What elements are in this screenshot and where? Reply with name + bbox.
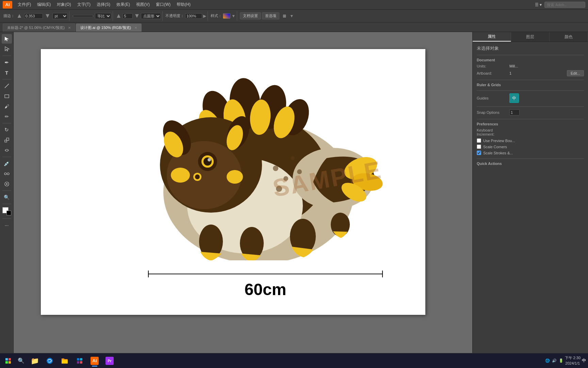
measure-tick-right xyxy=(382,271,383,277)
menu-view[interactable]: 视图(V) xyxy=(133,1,152,8)
arrange-icon[interactable]: ⊞ xyxy=(280,12,289,20)
arrange-expand-icon[interactable]: ▼ xyxy=(290,14,294,18)
menu-help[interactable]: 帮助(H) xyxy=(174,1,193,8)
stroke-style-select[interactable]: 等比 xyxy=(95,13,111,19)
units-label: Units: xyxy=(477,64,507,68)
taskbar-explorer[interactable] xyxy=(58,354,71,367)
menu-window[interactable]: 窗口(W) xyxy=(153,1,173,8)
blend-tool-btn[interactable] xyxy=(2,169,12,179)
color-pair xyxy=(2,206,12,216)
panel-tab-layers[interactable]: 图层 xyxy=(511,32,550,42)
edit-artboard-btn[interactable]: Edit... xyxy=(567,70,584,76)
opacity-input[interactable] xyxy=(185,13,202,19)
stroke-label: 描边： xyxy=(3,13,15,18)
svg-rect-56 xyxy=(77,358,79,361)
opacity-label: 不透明度： xyxy=(165,13,184,18)
svg-point-43 xyxy=(273,166,278,171)
stroke-up-icon[interactable]: ▲ xyxy=(16,12,22,19)
eyedropper-icon: 💉 xyxy=(4,161,10,166)
stroke-color[interactable] xyxy=(6,211,11,215)
quick-actions-title: Quick Actions xyxy=(477,162,584,166)
stroke-down-icon[interactable]: ▼ xyxy=(45,12,51,19)
panel-divider-5 xyxy=(477,119,584,119)
svg-rect-54 xyxy=(62,360,68,364)
scale-tool-btn[interactable] xyxy=(2,135,12,145)
zoom-tool-btn[interactable]: 🔍 xyxy=(2,193,12,202)
points-down-icon[interactable]: ▼ xyxy=(134,12,140,19)
tab-design[interactable]: 设计图.ai @ 150% (RGB/预览) ✕ xyxy=(76,24,142,32)
snap-value-input[interactable] xyxy=(509,109,520,116)
taskbar-control[interactable] xyxy=(73,354,86,367)
tab-untitled[interactable]: 未标题-2* @ 51.06% (CMYK/预览) ✕ xyxy=(3,24,75,32)
rect-tool-btn[interactable] xyxy=(2,91,12,101)
units-value: Mill... xyxy=(509,64,518,68)
svg-line-2 xyxy=(5,84,9,88)
pen-tool-btn[interactable]: ✒ xyxy=(2,58,12,67)
scale-strokes-checkbox[interactable] xyxy=(477,151,481,155)
stroke-unit-select[interactable]: pt mm xyxy=(52,13,68,19)
doc-settings-button[interactable]: 文档设置 xyxy=(240,12,261,19)
menu-edit[interactable]: 编辑(E) xyxy=(34,1,53,8)
measure-line-bar xyxy=(149,274,382,274)
symbol-tool-btn[interactable] xyxy=(2,179,12,189)
svg-point-7 xyxy=(7,173,9,175)
pencil-tool-btn[interactable]: ✏ xyxy=(2,112,12,121)
select-tool-btn[interactable] xyxy=(2,34,12,44)
tab-design-close[interactable]: ✕ xyxy=(134,26,137,30)
eyedropper-btn[interactable]: 💉 xyxy=(2,159,12,168)
taskbar-files[interactable]: 📁 xyxy=(28,354,42,367)
stroke-preview xyxy=(73,15,93,17)
use-preview-checkbox[interactable] xyxy=(477,138,481,143)
brush-tool-btn[interactable]: 🖌 xyxy=(2,102,12,111)
panel-tab-properties[interactable]: 属性 xyxy=(473,32,511,42)
workspace-selector[interactable]: ☰ ▾ xyxy=(535,2,542,7)
menu-object[interactable]: 对象(O) xyxy=(54,1,74,8)
line-tool-btn[interactable] xyxy=(2,81,12,91)
volume-icon: 🔊 xyxy=(552,358,557,363)
rotate-tool-btn[interactable]: ↻ xyxy=(2,125,12,135)
taskbar-illustrator[interactable]: Ai xyxy=(88,354,101,367)
snap-section: Snap Options xyxy=(477,109,584,116)
preferences-button[interactable]: 首选项 xyxy=(262,12,279,19)
warp-tool-btn[interactable] xyxy=(2,145,12,155)
type-tool-btn[interactable]: T xyxy=(2,68,12,77)
stroke-value-input[interactable] xyxy=(24,13,43,19)
menu-right: ☰ ▾ xyxy=(535,2,585,8)
scale-corners-label: Scale Corners xyxy=(483,145,507,149)
panel-divider-4 xyxy=(477,106,584,107)
panel-tab-color[interactable]: 颜色 xyxy=(550,32,588,42)
more-tools-btn[interactable]: ··· xyxy=(2,220,12,230)
doc-settings-section: 文档设置 首选项 ⊞ ▼ xyxy=(239,11,295,21)
preferences-section: Preferences Keyboard Increment: Use Prev… xyxy=(477,122,584,155)
type-icon: T xyxy=(5,70,8,76)
stroke-section: 描边： ▲ ▼ pt mm xyxy=(2,11,69,21)
shape-select[interactable]: 点圆形 xyxy=(141,13,161,19)
svg-point-46 xyxy=(297,169,302,174)
units-row: Units: Mill... xyxy=(477,64,584,68)
menu-effects[interactable]: 效果(E) xyxy=(114,1,133,8)
taskbar-edge[interactable] xyxy=(43,354,56,367)
taskbar-time[interactable]: 下午 2:30 2024/1/1 xyxy=(565,355,581,366)
taskbar-search-btn[interactable]: 🔍 xyxy=(16,355,27,366)
language-indicator[interactable]: 中 xyxy=(582,358,586,364)
taskbar-premiere[interactable]: Pr xyxy=(103,354,116,367)
pencil-icon: ✏ xyxy=(5,114,9,119)
svg-point-45 xyxy=(276,186,282,192)
start-button[interactable] xyxy=(2,355,14,367)
menu-select[interactable]: 选择(S) xyxy=(94,1,113,8)
guides-icon-btn[interactable]: 中 xyxy=(509,93,519,103)
global-search-input[interactable] xyxy=(544,2,585,8)
scale-corners-checkbox[interactable] xyxy=(477,144,481,149)
opacity-expand-icon[interactable]: ▶ xyxy=(203,14,206,18)
use-preview-row: Use Preview Bou... xyxy=(477,138,584,143)
menu-text[interactable]: 文字(T) xyxy=(75,1,93,8)
svg-rect-51 xyxy=(9,361,11,364)
direct-select-btn[interactable] xyxy=(2,44,12,54)
style-expand-icon[interactable]: ▼ xyxy=(231,14,235,18)
svg-point-47 xyxy=(291,156,295,160)
tool-separator-3 xyxy=(2,123,11,123)
points-up-icon[interactable]: ▲ xyxy=(116,12,122,19)
tab-untitled-close[interactable]: ✕ xyxy=(68,26,71,30)
points-input[interactable] xyxy=(122,13,133,19)
menu-file[interactable]: 文件(F) xyxy=(15,1,34,8)
